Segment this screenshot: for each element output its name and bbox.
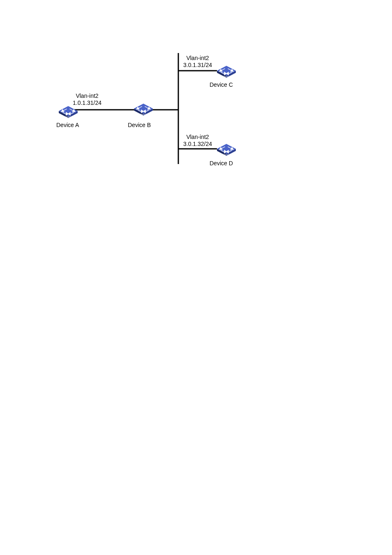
svg-text:SWITCH: SWITCH (223, 76, 230, 78)
interface-name: Vlan-int2 (73, 92, 101, 99)
interface-name: Vlan-int2 (183, 55, 212, 62)
interface-ip: 3.0.1.31/24 (183, 62, 212, 69)
switch-icon: SWITCH (216, 64, 237, 78)
switch-icon: SWITCH (216, 142, 237, 156)
svg-text:SWITCH: SWITCH (65, 116, 72, 118)
device-label-a: Device A (56, 122, 79, 129)
switch-icon: SWITCH (133, 102, 154, 116)
interface-label-device-c: Vlan-int2 3.0.1.31/24 (183, 55, 212, 69)
interface-name: Vlan-int2 (183, 134, 212, 141)
svg-text:SWITCH: SWITCH (140, 113, 147, 116)
diagram-canvas: SWITCH SWITCH (0, 0, 392, 555)
interface-ip: 3.0.1.32/24 (183, 141, 212, 148)
network-links (0, 0, 392, 555)
interface-ip: 1.0.1.31/24 (73, 99, 101, 106)
device-label-d: Device D (210, 160, 233, 167)
interface-label-device-d: Vlan-int2 3.0.1.32/24 (183, 134, 212, 148)
interface-label-device-a: Vlan-int2 1.0.1.31/24 (73, 92, 101, 106)
device-label-b: Device B (128, 122, 151, 129)
svg-text:SWITCH: SWITCH (223, 154, 230, 156)
device-label-c: Device C (210, 81, 233, 88)
